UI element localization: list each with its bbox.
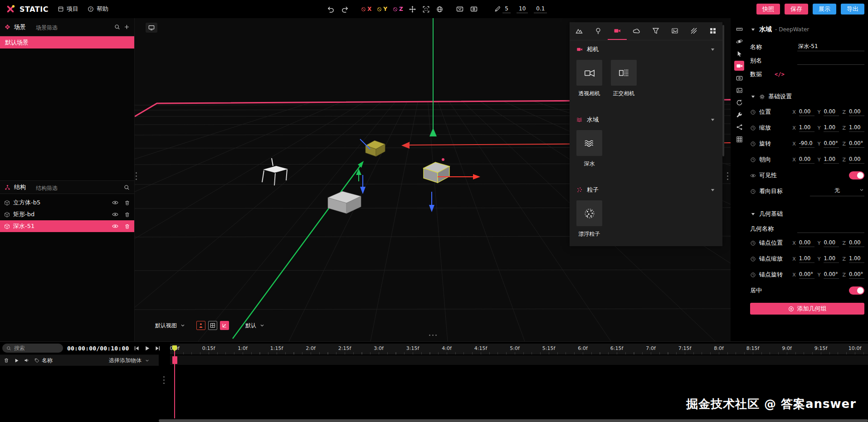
direction-z-value[interactable]: 0.00 bbox=[849, 156, 864, 164]
camera-tool-icon[interactable] bbox=[734, 61, 744, 71]
preset-select[interactable]: 默认 bbox=[245, 322, 265, 330]
timeline-resize-handle[interactable] bbox=[429, 335, 437, 336]
viewport-display-button[interactable] bbox=[146, 23, 157, 33]
geometry-name-field[interactable] bbox=[797, 225, 864, 233]
next-frame-button[interactable] bbox=[155, 345, 161, 351]
collapse-icon[interactable] bbox=[750, 211, 756, 217]
position-y-value[interactable]: 0.00 bbox=[824, 108, 839, 116]
scene-filter-input[interactable] bbox=[36, 24, 111, 31]
tab-material-icon[interactable] bbox=[684, 22, 703, 40]
position-x-value[interactable]: 0.00 bbox=[799, 108, 814, 116]
volume-icon[interactable] bbox=[24, 358, 29, 363]
delete-track-icon[interactable] bbox=[4, 358, 9, 363]
timeline-search-input[interactable] bbox=[14, 345, 59, 351]
scale-z-value[interactable]: 1.00 bbox=[849, 124, 864, 132]
library-item-deepwater[interactable]: 深水 bbox=[576, 130, 602, 168]
move-tool-icon[interactable] bbox=[409, 6, 416, 13]
anchor-rotation-x-value[interactable]: 0.00° bbox=[799, 271, 814, 279]
scene-search-icon[interactable] bbox=[114, 24, 120, 30]
avatar-mode-button[interactable] bbox=[196, 321, 205, 330]
snap-scale-value[interactable]: 0.1 bbox=[534, 5, 547, 13]
tab-weather-icon[interactable] bbox=[627, 22, 646, 40]
undo-button[interactable] bbox=[327, 6, 334, 13]
tab-light-icon[interactable] bbox=[589, 22, 608, 40]
grid-mode-button[interactable] bbox=[208, 321, 217, 330]
add-geometry-group-button[interactable]: 添加几何组 bbox=[750, 303, 864, 315]
snap-rotate-value[interactable]: 10 bbox=[517, 5, 528, 13]
lookat-select[interactable]: 无 bbox=[810, 187, 864, 196]
snap-move-value[interactable]: 5 bbox=[502, 5, 511, 13]
present-button[interactable]: 展示 bbox=[813, 4, 836, 15]
position-z-value[interactable]: 0.00 bbox=[849, 108, 864, 116]
screenshot-icon[interactable] bbox=[734, 73, 744, 83]
redo-button[interactable] bbox=[341, 6, 348, 13]
timeline-track[interactable] bbox=[170, 355, 868, 365]
delete-icon[interactable] bbox=[124, 223, 130, 229]
axes-mode-button[interactable] bbox=[220, 321, 229, 330]
library-item-perspective-camera[interactable]: 透视相机 bbox=[576, 60, 602, 97]
wrench-icon[interactable] bbox=[734, 110, 744, 120]
center-toggle[interactable] bbox=[849, 286, 864, 295]
axis-x-toggle[interactable]: X bbox=[361, 6, 371, 12]
snapshot-button[interactable]: 快照 bbox=[756, 4, 780, 15]
add-object-select[interactable]: 选择添加物体 bbox=[109, 357, 150, 364]
section-collapse-icon[interactable] bbox=[710, 117, 716, 123]
name-field[interactable] bbox=[797, 44, 864, 51]
collapse-icon[interactable] bbox=[750, 27, 756, 33]
structure-item-deepwater[interactable]: 深水-51 bbox=[0, 220, 134, 232]
grid-icon[interactable] bbox=[734, 134, 744, 144]
alias-field[interactable] bbox=[797, 57, 864, 65]
screen-fit-icon[interactable] bbox=[456, 5, 463, 13]
image-icon[interactable] bbox=[734, 85, 744, 95]
structure-item-rect[interactable]: 矩形-bd bbox=[0, 209, 134, 220]
tab-media-icon[interactable] bbox=[665, 22, 684, 40]
anchor-position-x-value[interactable]: 0.00 bbox=[799, 239, 814, 247]
timeline-scrollbar[interactable] bbox=[159, 419, 868, 422]
structure-item-cube[interactable]: 立方体-b5 bbox=[0, 197, 134, 209]
menu-project[interactable]: 项目 bbox=[58, 5, 78, 13]
library-item-ortho-camera[interactable]: 正交相机 bbox=[611, 60, 637, 97]
visibility-toggle-icon[interactable] bbox=[112, 211, 118, 218]
axis-z-toggle[interactable]: Z bbox=[393, 6, 403, 12]
orbit-icon[interactable] bbox=[734, 36, 744, 46]
visibility-toggle[interactable] bbox=[849, 171, 864, 179]
delete-icon[interactable] bbox=[124, 212, 130, 218]
scale-x-value[interactable]: 1.00 bbox=[799, 124, 814, 132]
cursor-icon[interactable] bbox=[734, 49, 744, 58]
play-track-icon[interactable] bbox=[14, 358, 19, 363]
anchor-rotation-z-value[interactable]: 0.00° bbox=[849, 271, 864, 279]
collapse-icon[interactable] bbox=[750, 94, 756, 100]
direction-y-value[interactable]: 1.00 bbox=[824, 156, 839, 164]
anchor-scale-y-value[interactable]: 1.00 bbox=[824, 255, 839, 263]
delete-icon[interactable] bbox=[124, 200, 130, 206]
structure-filter-input[interactable] bbox=[36, 185, 120, 191]
anchor-rotation-y-value[interactable]: 0.00° bbox=[824, 271, 839, 279]
timeline-left-resize-handle[interactable] bbox=[163, 376, 165, 384]
visibility-toggle-icon[interactable] bbox=[112, 199, 118, 206]
anchor-position-z-value[interactable]: 0.00 bbox=[849, 239, 864, 247]
export-button[interactable]: 导出 bbox=[841, 4, 864, 15]
save-button[interactable]: 保存 bbox=[785, 4, 808, 15]
viewport-scrollbar[interactable] bbox=[722, 25, 724, 156]
view-select[interactable]: 默认视图 bbox=[155, 322, 185, 330]
scale-y-value[interactable]: 1.00 bbox=[824, 124, 839, 132]
pen-tool-icon[interactable] bbox=[494, 6, 501, 12]
tab-filter-icon[interactable] bbox=[646, 22, 665, 40]
screen-record-icon[interactable] bbox=[470, 5, 478, 13]
timeline-search[interactable] bbox=[2, 344, 63, 353]
tab-terrain-icon[interactable] bbox=[570, 22, 589, 40]
play-button[interactable] bbox=[144, 345, 150, 351]
library-item-floating-particles[interactable]: 漂浮粒子 bbox=[576, 200, 602, 238]
rotation-y-value[interactable]: 0.00° bbox=[824, 140, 839, 148]
tab-camera-icon[interactable] bbox=[608, 22, 627, 40]
globe-tool-icon[interactable] bbox=[436, 6, 443, 13]
direction-x-value[interactable]: 0.00 bbox=[799, 156, 814, 164]
axis-y-toggle[interactable]: Y bbox=[377, 6, 387, 12]
visibility-toggle-icon[interactable] bbox=[112, 223, 118, 229]
rotation-z-value[interactable]: 0.00° bbox=[849, 140, 864, 148]
sidebar-resize-handle[interactable] bbox=[136, 172, 137, 180]
measure-icon[interactable] bbox=[734, 24, 744, 34]
tab-components-icon[interactable] bbox=[703, 22, 722, 40]
code-editor-icon[interactable]: </> bbox=[775, 71, 785, 78]
menu-help[interactable]: 帮助 bbox=[88, 5, 108, 13]
